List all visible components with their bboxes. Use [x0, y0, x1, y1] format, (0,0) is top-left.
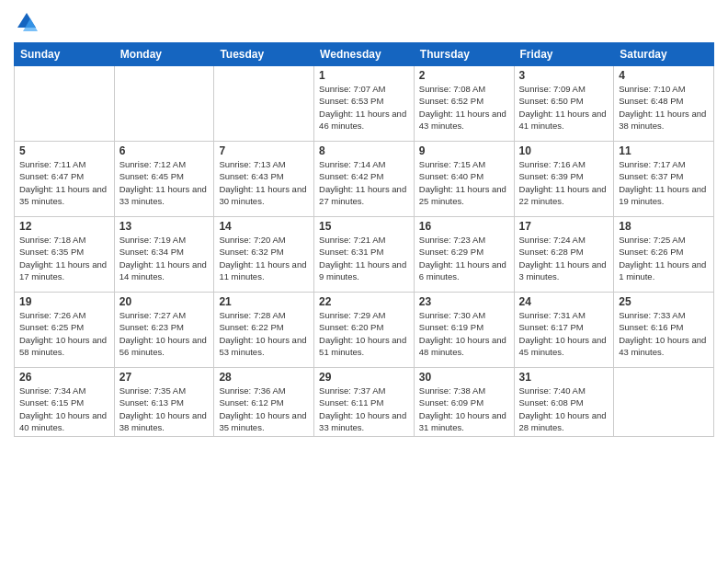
day-info: Sunrise: 7:36 AM Sunset: 6:12 PM Dayligh…	[219, 385, 309, 433]
day-number: 22	[319, 295, 409, 308]
day-info: Sunrise: 7:28 AM Sunset: 6:22 PM Dayligh…	[219, 309, 309, 358]
day-info: Sunrise: 7:16 AM Sunset: 6:39 PM Dayligh…	[519, 158, 609, 207]
day-number: 9	[419, 144, 509, 157]
week-row-3: 19Sunrise: 7:26 AM Sunset: 6:25 PM Dayli…	[15, 293, 714, 368]
day-info: Sunrise: 7:38 AM Sunset: 6:09 PM Dayligh…	[419, 385, 509, 433]
day-info: Sunrise: 7:10 AM Sunset: 6:48 PM Dayligh…	[619, 83, 709, 132]
calendar: SundayMondayTuesdayWednesdayThursdayFrid…	[14, 42, 714, 437]
day-number: 16	[419, 220, 509, 233]
day-number: 25	[619, 295, 709, 308]
calendar-body: 1Sunrise: 7:07 AM Sunset: 6:53 PM Daylig…	[15, 66, 714, 437]
day-cell: 11Sunrise: 7:17 AM Sunset: 6:37 PM Dayli…	[614, 142, 714, 217]
day-cell: 23Sunrise: 7:30 AM Sunset: 6:19 PM Dayli…	[414, 293, 514, 368]
day-info: Sunrise: 7:26 AM Sunset: 6:25 PM Dayligh…	[19, 309, 109, 358]
day-number: 19	[19, 295, 109, 308]
weekday-monday: Monday	[114, 43, 214, 66]
day-cell: 2Sunrise: 7:08 AM Sunset: 6:52 PM Daylig…	[414, 66, 514, 142]
day-info: Sunrise: 7:40 AM Sunset: 6:08 PM Dayligh…	[519, 385, 609, 433]
day-cell: 25Sunrise: 7:33 AM Sunset: 6:16 PM Dayli…	[614, 293, 714, 368]
day-info: Sunrise: 7:31 AM Sunset: 6:17 PM Dayligh…	[519, 309, 609, 358]
day-number: 1	[319, 69, 409, 82]
weekday-tuesday: Tuesday	[214, 43, 314, 66]
week-row-1: 5Sunrise: 7:11 AM Sunset: 6:47 PM Daylig…	[15, 142, 714, 217]
day-number: 17	[519, 220, 609, 233]
day-info: Sunrise: 7:11 AM Sunset: 6:47 PM Dayligh…	[19, 158, 109, 207]
day-cell: 1Sunrise: 7:07 AM Sunset: 6:53 PM Daylig…	[314, 66, 415, 142]
day-cell	[114, 66, 214, 142]
weekday-sunday: Sunday	[15, 43, 115, 66]
day-info: Sunrise: 7:17 AM Sunset: 6:37 PM Dayligh…	[619, 158, 709, 207]
day-cell: 13Sunrise: 7:19 AM Sunset: 6:34 PM Dayli…	[114, 217, 214, 293]
day-cell: 22Sunrise: 7:29 AM Sunset: 6:20 PM Dayli…	[314, 293, 415, 368]
day-info: Sunrise: 7:35 AM Sunset: 6:13 PM Dayligh…	[119, 385, 210, 433]
day-cell: 5Sunrise: 7:11 AM Sunset: 6:47 PM Daylig…	[15, 142, 115, 217]
day-info: Sunrise: 7:14 AM Sunset: 6:42 PM Dayligh…	[319, 158, 409, 207]
day-cell: 10Sunrise: 7:16 AM Sunset: 6:39 PM Dayli…	[514, 142, 614, 217]
day-cell: 28Sunrise: 7:36 AM Sunset: 6:12 PM Dayli…	[214, 368, 314, 437]
day-number: 29	[319, 371, 409, 384]
weekday-thursday: Thursday	[414, 43, 514, 66]
logo-icon	[14, 9, 40, 35]
weekday-header: SundayMondayTuesdayWednesdayThursdayFrid…	[15, 43, 714, 66]
day-number: 8	[319, 144, 409, 157]
day-cell: 7Sunrise: 7:13 AM Sunset: 6:43 PM Daylig…	[214, 142, 314, 217]
day-number: 10	[519, 144, 609, 157]
day-cell: 30Sunrise: 7:38 AM Sunset: 6:09 PM Dayli…	[414, 368, 514, 437]
week-row-4: 26Sunrise: 7:34 AM Sunset: 6:15 PM Dayli…	[15, 368, 714, 437]
day-cell	[214, 66, 314, 142]
header	[14, 9, 714, 35]
day-number: 14	[219, 220, 309, 233]
weekday-saturday: Saturday	[614, 43, 714, 66]
day-info: Sunrise: 7:23 AM Sunset: 6:29 PM Dayligh…	[419, 234, 509, 282]
day-cell: 17Sunrise: 7:24 AM Sunset: 6:28 PM Dayli…	[514, 217, 614, 293]
day-info: Sunrise: 7:12 AM Sunset: 6:45 PM Dayligh…	[119, 158, 210, 207]
day-info: Sunrise: 7:09 AM Sunset: 6:50 PM Dayligh…	[519, 83, 609, 132]
week-row-2: 12Sunrise: 7:18 AM Sunset: 6:35 PM Dayli…	[15, 217, 714, 293]
day-number: 21	[219, 295, 309, 308]
day-number: 4	[619, 69, 709, 82]
weekday-wednesday: Wednesday	[314, 43, 415, 66]
day-info: Sunrise: 7:33 AM Sunset: 6:16 PM Dayligh…	[619, 309, 709, 358]
day-info: Sunrise: 7:19 AM Sunset: 6:34 PM Dayligh…	[119, 234, 210, 282]
day-number: 31	[519, 371, 609, 384]
day-number: 5	[19, 144, 109, 157]
day-info: Sunrise: 7:07 AM Sunset: 6:53 PM Dayligh…	[319, 83, 409, 132]
day-cell: 8Sunrise: 7:14 AM Sunset: 6:42 PM Daylig…	[314, 142, 415, 217]
day-cell: 18Sunrise: 7:25 AM Sunset: 6:26 PM Dayli…	[614, 217, 714, 293]
day-info: Sunrise: 7:21 AM Sunset: 6:31 PM Dayligh…	[319, 234, 409, 282]
day-cell: 20Sunrise: 7:27 AM Sunset: 6:23 PM Dayli…	[114, 293, 214, 368]
day-info: Sunrise: 7:15 AM Sunset: 6:40 PM Dayligh…	[419, 158, 509, 207]
day-cell: 9Sunrise: 7:15 AM Sunset: 6:40 PM Daylig…	[414, 142, 514, 217]
day-info: Sunrise: 7:20 AM Sunset: 6:32 PM Dayligh…	[219, 234, 309, 282]
day-cell: 29Sunrise: 7:37 AM Sunset: 6:11 PM Dayli…	[314, 368, 415, 437]
day-number: 2	[419, 69, 509, 82]
day-cell: 31Sunrise: 7:40 AM Sunset: 6:08 PM Dayli…	[514, 368, 614, 437]
day-number: 30	[419, 371, 509, 384]
day-info: Sunrise: 7:27 AM Sunset: 6:23 PM Dayligh…	[119, 309, 210, 358]
day-info: Sunrise: 7:18 AM Sunset: 6:35 PM Dayligh…	[19, 234, 109, 282]
day-number: 3	[519, 69, 609, 82]
day-info: Sunrise: 7:29 AM Sunset: 6:20 PM Dayligh…	[319, 309, 409, 358]
day-number: 12	[19, 220, 109, 233]
day-number: 20	[119, 295, 210, 308]
day-info: Sunrise: 7:13 AM Sunset: 6:43 PM Dayligh…	[219, 158, 309, 207]
day-number: 24	[519, 295, 609, 308]
day-cell	[614, 368, 714, 437]
week-row-0: 1Sunrise: 7:07 AM Sunset: 6:53 PM Daylig…	[15, 66, 714, 142]
day-number: 7	[219, 144, 309, 157]
day-number: 6	[119, 144, 210, 157]
day-number: 18	[619, 220, 709, 233]
day-number: 15	[319, 220, 409, 233]
day-number: 26	[19, 371, 109, 384]
day-number: 11	[619, 144, 709, 157]
day-cell: 27Sunrise: 7:35 AM Sunset: 6:13 PM Dayli…	[114, 368, 214, 437]
day-info: Sunrise: 7:25 AM Sunset: 6:26 PM Dayligh…	[619, 234, 709, 282]
day-info: Sunrise: 7:37 AM Sunset: 6:11 PM Dayligh…	[319, 385, 409, 433]
day-info: Sunrise: 7:34 AM Sunset: 6:15 PM Dayligh…	[19, 385, 109, 433]
logo	[14, 9, 43, 35]
weekday-friday: Friday	[514, 43, 614, 66]
day-cell: 16Sunrise: 7:23 AM Sunset: 6:29 PM Dayli…	[414, 217, 514, 293]
day-cell: 21Sunrise: 7:28 AM Sunset: 6:22 PM Dayli…	[214, 293, 314, 368]
day-cell: 12Sunrise: 7:18 AM Sunset: 6:35 PM Dayli…	[15, 217, 115, 293]
day-cell: 26Sunrise: 7:34 AM Sunset: 6:15 PM Dayli…	[15, 368, 115, 437]
